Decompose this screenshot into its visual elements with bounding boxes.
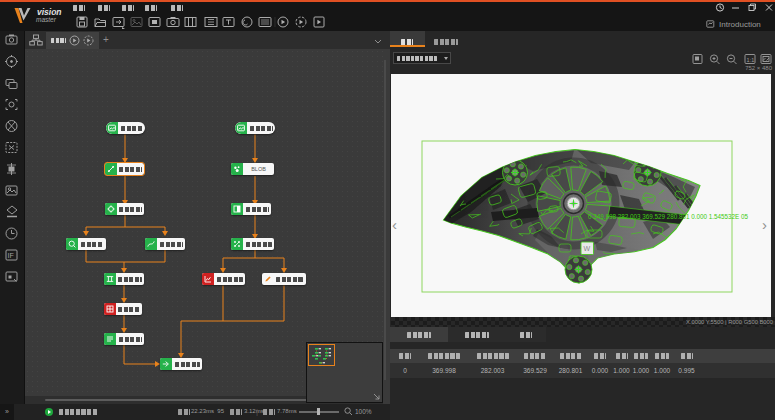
- svg-text:0 349.998 282.003 369.529 280.: 0 349.998 282.003 369.529 280.801 0.000 …: [588, 213, 749, 220]
- svg-text:W: W: [583, 245, 590, 252]
- svg-text:IF: IF: [8, 252, 14, 259]
- svg-text:1:1: 1:1: [747, 57, 755, 63]
